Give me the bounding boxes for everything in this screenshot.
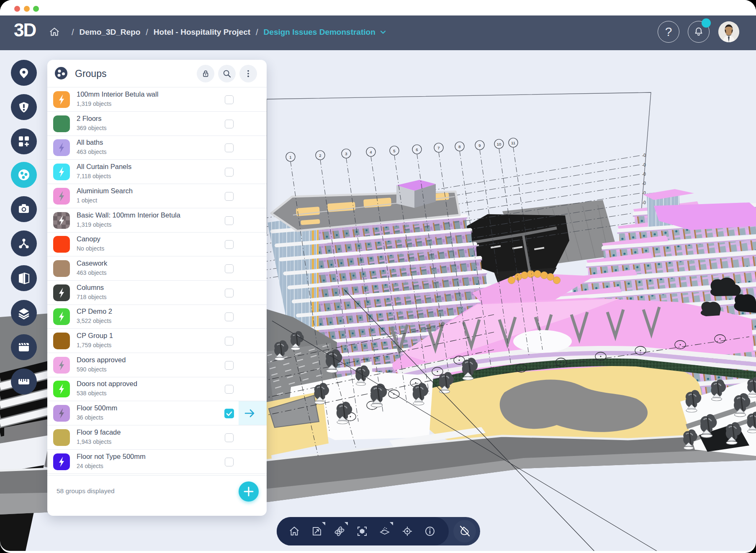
svg-text:4: 4 xyxy=(370,150,372,154)
svg-text:-0: -0 xyxy=(642,200,646,205)
svg-text:-0: -0 xyxy=(642,172,646,177)
svg-text:10: 10 xyxy=(497,142,501,146)
svg-text:9: 9 xyxy=(478,143,481,148)
svg-text:2: 2 xyxy=(319,153,321,158)
svg-text:-0: -0 xyxy=(642,153,646,158)
svg-text:7: 7 xyxy=(437,146,440,150)
svg-text:3: 3 xyxy=(345,151,347,156)
svg-text:6: 6 xyxy=(416,147,418,152)
svg-text:8: 8 xyxy=(458,144,460,149)
svg-text:-0: -0 xyxy=(642,163,646,167)
svg-text:1: 1 xyxy=(289,155,291,159)
svg-text:-0: -0 xyxy=(642,181,646,186)
svg-text:5: 5 xyxy=(393,148,395,153)
svg-text:11: 11 xyxy=(511,141,515,145)
